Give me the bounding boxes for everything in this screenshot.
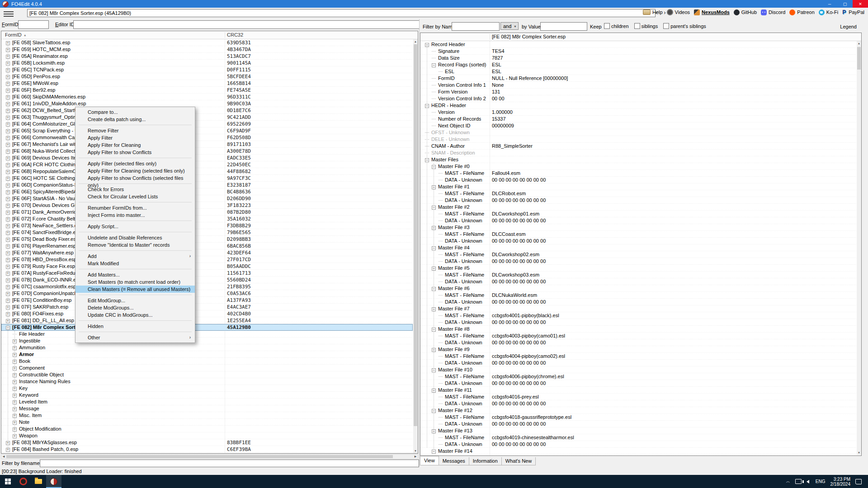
menu-item-inject-forms-into-master[interactable]: Inject Forms into master... <box>75 211 195 219</box>
tab-information[interactable]: Information <box>469 457 502 465</box>
record-tree-row[interactable]: DATA - Unknown00 00 00 00 00 00 00 00 <box>420 360 856 366</box>
formid-column-header[interactable]: FormID <box>5 32 22 38</box>
record-tree-row[interactable]: −Master File #12 <box>420 407 856 414</box>
plugin-tree-row[interactable]: +[FE 06E] SpicyAlteredBipedAnims.eBC4B86… <box>1 188 413 195</box>
taskbar-fo4edit-button[interactable] <box>46 475 61 488</box>
menu-item-update-crc-in-modgroups[interactable]: Update CRC in ModGroups... <box>75 311 195 319</box>
record-tree-row[interactable]: −Master File #14 <box>420 448 856 455</box>
record-tree-row[interactable]: SNAM - Description <box>420 150 856 156</box>
left-column-header[interactable]: FormID▲ CRC32 <box>1 31 418 39</box>
taskbar-explorer-button[interactable] <box>31 475 46 488</box>
record-tree-row[interactable]: −Master File #11 <box>420 387 856 394</box>
record-tree-row[interactable]: MAST - FileNameccbgsfo4019-chinesestealt… <box>420 434 856 441</box>
record-tree-row[interactable]: −Master File #7 <box>420 305 856 312</box>
record-tree-row[interactable]: DATA - Unknown00 00 00 00 00 00 00 00 <box>420 441 856 448</box>
filter-by-value-input[interactable] <box>540 22 587 31</box>
record-tree-row[interactable]: MAST - FileNameccbgsfo4003-pipboy(camo01… <box>420 333 856 339</box>
plugin-tree-row[interactable]: +[FE 075] Dead Body Fixer.espD2098BB3 <box>1 236 413 243</box>
plugin-tree-row[interactable]: +Key <box>1 385 413 392</box>
record-tree-row[interactable]: DATA - Unknown00 00 00 00 00 00 00 00 <box>420 380 856 387</box>
plugin-tree-row[interactable]: +[FE 05E] MWoW.esp1665B814 <box>1 80 413 87</box>
plugin-tree-row[interactable]: +[FE 066] Commonwealth CaptivesF62D508D <box>1 134 413 141</box>
menu-item-check-for-errors[interactable]: Check for Errors <box>75 186 195 193</box>
record-tree-row[interactable]: OFST - Unknown <box>420 129 856 136</box>
link-discord[interactable]: Discord <box>761 9 785 15</box>
language-indicator[interactable]: ENG <box>816 479 826 484</box>
breadcrumb-input[interactable] <box>27 9 656 17</box>
menu-item-remove-filter[interactable]: Remove Filter <box>75 127 195 134</box>
plugin-tree-row[interactable]: +Object Modification <box>1 426 413 432</box>
taskbar-clock[interactable]: 3:23 PM 2/18/2024 <box>830 477 851 487</box>
plugin-tree-row[interactable]: +[FE 059] HOTC_MCM.esp4B3467DA <box>1 46 413 53</box>
filter-by-name-input[interactable] <box>452 22 500 31</box>
collapse-icon[interactable]: − <box>432 63 436 67</box>
record-tree-row[interactable]: −Record Flags (sorted)ESL <box>420 61 856 68</box>
plugin-tree-row[interactable]: +[FE 05B] Locksmith.esp9001145A <box>1 60 413 66</box>
plugin-tree-row[interactable]: +Armor <box>1 351 413 358</box>
plugin-tree-row[interactable]: +Leveled Item <box>1 399 413 405</box>
right-vertical-scrollbar[interactable]: ▲ ▼ <box>857 41 861 455</box>
record-tree-row[interactable]: Number of Records15337 <box>420 116 856 122</box>
record-tree-row[interactable]: Form Version131 <box>420 89 856 95</box>
plugin-tree-row[interactable]: +[FE 062] DCW_Belted_StartUp.esp0D18E7C6 <box>1 107 413 114</box>
plugin-tree-row[interactable]: +Misc. Item <box>1 412 413 419</box>
plugin-tree-row[interactable]: +[FE 071] Dank_ArmorOverrides.esp087B2D8… <box>1 209 413 216</box>
record-column-header[interactable]: [FE 082] M8r Complex Sorter.esp <box>420 33 861 41</box>
plugin-tree-row[interactable]: +[FE 07F] SAKRPatch.espE4AC3AE7 <box>1 304 413 310</box>
plugin-tree-row[interactable]: +[FE 079] Rusty Face Fix.espB05AADDC <box>1 263 413 270</box>
record-tree-row[interactable]: CNAM - AuthorR88_SimpleSorter <box>420 143 856 150</box>
record-tree-row[interactable]: MAST - FileNameDLCCoast.esm <box>420 231 856 238</box>
record-tree-row[interactable]: Version1.000000 <box>420 109 856 116</box>
plugin-tree-row[interactable]: +Note <box>1 419 413 426</box>
plugin-tree-row[interactable]: +Ingestible <box>1 338 413 344</box>
link-ko-fi[interactable]: Ko-Fi <box>819 9 838 15</box>
record-tree-row[interactable]: FormIDNULL - Null Reference [00000000] <box>420 75 856 82</box>
tab-view[interactable]: View <box>420 456 439 465</box>
crc32-column-header[interactable]: CRC32 <box>227 31 243 39</box>
plugin-tree-row[interactable]: +[FE 06C] HOTC SE Clothing Replace9A97CF… <box>1 175 413 182</box>
plugin-tree-row[interactable]: −[FE 082] M8r Complex Sorter.esp45A129B0 <box>1 324 413 331</box>
plugin-tree-row[interactable]: +[FE 07B] Dank_ECO-INNR.esp5560BD24 <box>1 277 413 283</box>
plugin-tree-row[interactable]: +Component <box>1 365 413 371</box>
record-tree-row[interactable]: DATA - Unknown00 00 00 00 00 00 00 00 <box>420 197 856 204</box>
record-tree-row[interactable]: −Master File #1 <box>420 183 856 190</box>
record-tree-row[interactable]: DATA - Unknown00 00 00 00 00 00 00 00 <box>420 299 856 305</box>
record-tree-row[interactable]: MAST - FileNameDLCworkshop03.esm <box>420 272 856 278</box>
menu-item-edit-modgroup[interactable]: Edit ModGroup... <box>75 297 195 304</box>
plugin-tree-row[interactable]: +[FE 067] Mechanist's Lair without r8917… <box>1 141 413 148</box>
record-tree-row[interactable]: DATA - Unknown00 00 00 00 00 00 00 00 <box>420 217 856 224</box>
menu-item-mark-modified[interactable]: Mark Modified <box>75 260 195 267</box>
record-tree-row[interactable]: −Master File #3 <box>420 224 856 231</box>
plugin-tree-row[interactable]: +[FE 080] FO4Fixes.esp402CD4B0 <box>1 310 413 317</box>
plugin-tree-row[interactable]: +[FE 078] HBD_DressBox.esp27F017CD <box>1 256 413 263</box>
tab-what-s-new[interactable]: What's New <box>501 457 536 465</box>
maximize-button[interactable]: ▢ <box>837 0 853 8</box>
record-tree-row[interactable]: MAST - FileNameccbgsfo4001-pipboy(black)… <box>420 312 856 319</box>
record-tree-row[interactable]: −HEDR - Header <box>420 102 856 109</box>
keep-parent-s-siblings-checkbox[interactable]: parent's siblings <box>663 23 706 29</box>
network-icon[interactable] <box>795 479 802 484</box>
editorid-input[interactable] <box>73 20 420 29</box>
menu-item-clean-masters-remove-all-unused-masters[interactable]: Clean Masters (= Remove all unused Maste… <box>75 286 195 293</box>
menu-item-remove-identical-to-master-records[interactable]: Remove "Identical to Master" records <box>75 241 195 249</box>
filename-filter-input[interactable] <box>40 460 419 467</box>
plugin-tree-row[interactable]: +[FE 06A] FCR HOTC Clothing Repla22D450E… <box>1 161 413 168</box>
record-tree-row[interactable]: Data Size7827 <box>420 55 856 61</box>
plugin-tree-row[interactable]: +Book <box>1 358 413 365</box>
close-button[interactable]: ✕ <box>853 0 868 8</box>
and-or-dropdown[interactable]: and▼ <box>500 22 519 30</box>
record-tree-row[interactable]: Version Control Info 1None <box>420 82 856 89</box>
plugin-tree-row[interactable]: +[FE 05F] Ber92.espFE745A5E <box>1 87 413 94</box>
menu-item-delete-modgroups[interactable]: Delete ModGroups... <box>75 304 195 311</box>
plugin-tree-row[interactable]: +[FE 076] PlayerRenamer.esp6BAC856B <box>1 243 413 249</box>
link-paypal[interactable]: PayPal <box>842 9 864 15</box>
record-tree-row[interactable]: DELE - Unknown <box>420 136 856 143</box>
record-tree-row[interactable]: DATA - Unknown00 00 00 00 00 00 00 00 <box>420 319 856 326</box>
keep-siblings-checkbox[interactable]: siblings <box>634 23 658 29</box>
link-help[interactable]: Help <box>643 9 663 15</box>
checkbox-icon[interactable] <box>604 23 610 29</box>
plugin-tree-row[interactable]: +[FE 06B] RepopulateSalemOARPatc44F88682 <box>1 168 413 175</box>
plugin-tree-row[interactable]: +[FE 077] WaitAnywhere.esp423DEF64 <box>1 249 413 256</box>
plugin-tree-row[interactable]: +Constructible Object <box>1 371 413 378</box>
plugin-tree-row[interactable]: +[FE 05C] TCNPack.espD0FF1115 <box>1 66 413 73</box>
